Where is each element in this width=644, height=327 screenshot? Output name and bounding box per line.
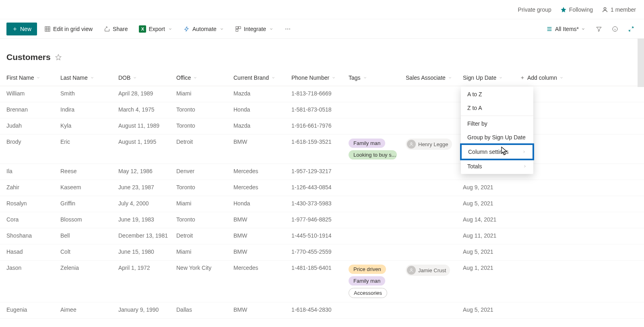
cell: Mazda — [230, 86, 288, 101]
cell-tags — [345, 302, 402, 310]
automate-button[interactable]: Automate — [180, 23, 228, 35]
view-selector[interactable]: All Items* — [542, 23, 589, 35]
cell-associate — [402, 302, 460, 310]
cell: Aug 14, 2021 — [460, 212, 517, 227]
automate-label: Automate — [192, 26, 217, 32]
table-row[interactable]: JudahKylaAugust 11, 1989TorontoMazda1-91… — [0, 118, 644, 135]
cell: 1-813-718-6669 — [288, 86, 345, 101]
cell: 1-618-454-2830 — [288, 302, 345, 317]
column-header-menu: A to Z Z to A Filter by Group by Sign Up… — [461, 87, 533, 174]
new-label: New — [20, 26, 31, 32]
cell: 1-770-455-2559 — [288, 244, 345, 259]
tag-pill: Accessories — [349, 288, 387, 298]
col-dob[interactable]: DOB — [115, 70, 173, 85]
menu-filter-by[interactable]: Filter by — [461, 117, 533, 130]
col-phone[interactable]: Phone Number — [288, 70, 345, 85]
table-row[interactable]: CoraBlossomJune 19, 1983TorontoBMW1-977-… — [0, 212, 644, 228]
table-row[interactable]: HasadColtJune 15, 1980MiamiBMW1-770-455-… — [0, 244, 644, 261]
cell: Detroit — [173, 135, 230, 149]
col-last-name[interactable]: Last Name — [57, 70, 115, 85]
cell-associate — [402, 164, 460, 172]
associate-name: Jamie Crust — [418, 267, 446, 273]
cell: BMW — [230, 135, 288, 149]
avatar — [407, 140, 416, 149]
add-column-button[interactable]: Add column — [517, 70, 569, 85]
col-first-name[interactable]: First Name — [0, 70, 57, 85]
cell: Cora — [0, 212, 57, 227]
cell: Toronto — [173, 212, 230, 227]
header-row: First Name Last Name DOB Office Current … — [0, 69, 644, 86]
table-row[interactable]: EugeniaAimeeJanuary 9, 1990DallasBMW1-61… — [0, 302, 644, 319]
table-row[interactable]: IlaReeseMay 12, 1986DenverMercedes1-957-… — [0, 164, 644, 180]
more-button[interactable] — [281, 23, 295, 35]
cell: 1-977-946-8825 — [288, 212, 345, 227]
col-brand[interactable]: Current Brand — [230, 70, 288, 85]
cell: Eugenia — [0, 302, 57, 317]
cell: 1-430-373-5983 — [288, 196, 345, 211]
cell: Judah — [0, 118, 57, 133]
col-tags[interactable]: Tags — [345, 70, 402, 85]
cell: Shoshana — [0, 228, 57, 243]
table-row[interactable]: ShoshanaBellDecember 13, 1981DetroitBMW1… — [0, 228, 644, 244]
cell-tags — [345, 180, 402, 188]
cell-tags — [345, 86, 402, 94]
menu-a-to-z[interactable]: A to Z — [461, 87, 533, 101]
export-button[interactable]: X Export — [135, 23, 176, 35]
col-sales-associate[interactable]: Sales Associate — [402, 70, 460, 85]
menu-group-by[interactable]: Group by Sign Up Date — [461, 130, 533, 144]
table-row[interactable]: WilliamSmithApril 28, 1989MiamiMazda1-81… — [0, 86, 644, 102]
cell: Brennan — [0, 102, 57, 117]
table-row[interactable]: RosalynGriffinJuly 4, 2000MiamiHonda1-43… — [0, 196, 644, 212]
following-status[interactable]: Following — [560, 6, 593, 13]
cell: Eric — [57, 135, 115, 149]
table-row[interactable]: ZahirKaseemJune 23, 1987TorontoMercedes1… — [0, 180, 644, 196]
cell: Dallas — [173, 302, 230, 317]
cell: Aug 5, 2021 — [460, 196, 517, 211]
filter-button[interactable] — [592, 23, 605, 35]
svg-rect-4 — [236, 29, 238, 31]
cell: Toronto — [173, 118, 230, 133]
cell: 1-581-873-0518 — [288, 102, 345, 117]
integrate-button[interactable]: Integrate — [231, 23, 277, 35]
cell: January 9, 1990 — [115, 302, 173, 317]
header-info-bar: Private group Following 1 member — [0, 0, 644, 19]
col-office[interactable]: Office — [173, 70, 230, 85]
scrollbar[interactable] — [638, 39, 644, 87]
members-count[interactable]: 1 member — [602, 6, 636, 13]
edit-grid-button[interactable]: Edit in grid view — [40, 23, 97, 35]
col-signup-date[interactable]: Sign Up Date — [460, 70, 517, 85]
cell: Honda — [230, 102, 288, 117]
chevron-down-icon — [193, 76, 197, 80]
svg-point-6 — [287, 28, 288, 29]
excel-icon: X — [139, 25, 146, 33]
chevron-down-icon — [36, 76, 40, 80]
expand-button[interactable] — [625, 23, 638, 35]
cell: 1-916-661-7976 — [288, 118, 345, 133]
table-row[interactable]: BrennanIndiraMarch 4, 1975TorontoHonda1-… — [0, 102, 644, 118]
cell-associate — [402, 212, 460, 220]
table-row[interactable]: JasonZeleniaApril 1, 1972New York CityMe… — [0, 261, 644, 302]
table-row[interactable]: BrodyEricAugust 1, 1995DetroitBMW1-618-1… — [0, 135, 644, 164]
info-icon — [612, 26, 618, 32]
menu-totals[interactable]: Totals — [461, 159, 533, 173]
cell-associate — [402, 180, 460, 188]
cell: Aug 5, 2021 — [460, 244, 517, 259]
person-chip: Jamie Crust — [406, 265, 450, 276]
menu-column-settings[interactable]: Column settings — [462, 145, 533, 159]
share-button[interactable]: Share — [100, 23, 132, 35]
menu-z-to-a[interactable]: Z to A — [461, 101, 533, 115]
favorite-star-button[interactable] — [55, 54, 62, 61]
new-button[interactable]: New — [6, 23, 37, 35]
info-button[interactable] — [609, 23, 621, 35]
cell: Kaseem — [57, 180, 115, 195]
chevron-down-icon — [269, 27, 273, 31]
cell: Aug 11, 2021 — [460, 228, 517, 243]
cell-associate — [402, 244, 460, 252]
cell-associate — [402, 118, 460, 126]
cell: Aug 9, 2021 — [460, 180, 517, 195]
cell-tags: Family manLooking to buy s... — [345, 135, 402, 164]
command-toolbar: New Edit in grid view Share X Export Aut… — [0, 19, 644, 39]
integrate-label: Integrate — [244, 26, 266, 32]
cell-associate — [402, 86, 460, 94]
chevron-down-icon — [559, 76, 564, 80]
